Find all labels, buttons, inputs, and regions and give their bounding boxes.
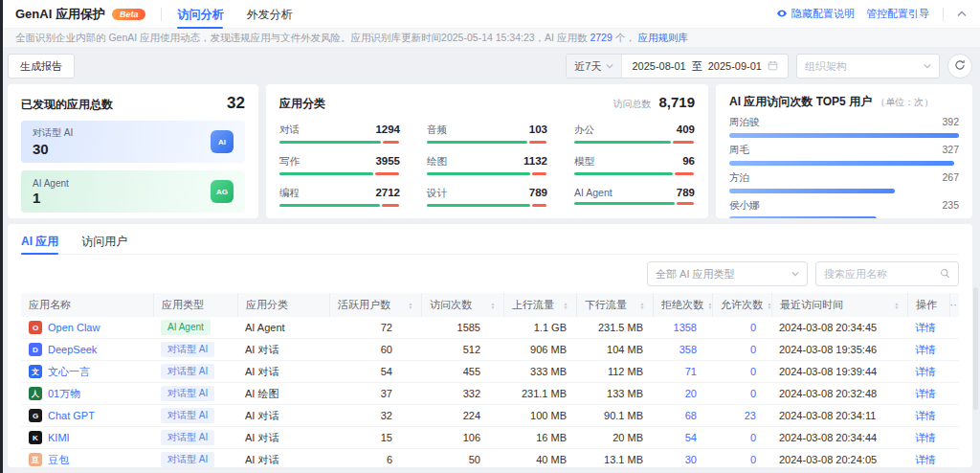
col-download[interactable]: 下行流量▲▼ xyxy=(576,293,653,317)
app-type-tile[interactable]: 对话型 AI 30 AI xyxy=(21,121,245,163)
rejected-count-link[interactable]: 358 xyxy=(653,344,712,355)
tab-access-analysis[interactable]: 访问分析 xyxy=(177,0,223,29)
category-label: 编程 xyxy=(279,187,300,200)
app-category-cell: AI 对话 xyxy=(237,343,329,357)
app-type-cell: 对话型 AI xyxy=(153,452,237,467)
chevron-down-icon xyxy=(606,60,613,72)
app-type-cell: 对话型 AI xyxy=(153,342,237,357)
col-allowed[interactable]: 允许次数▲▼ xyxy=(712,293,771,317)
visits-cell: 106 xyxy=(421,432,503,443)
tab-visiting-users[interactable]: 访问用户 xyxy=(81,232,127,254)
col-active-users[interactable]: 活跃用户数▲▼ xyxy=(329,293,421,317)
actions-cell: 详情 xyxy=(907,431,949,445)
category-label: 办公 xyxy=(574,124,594,137)
table-tabs: AI 应用 访问用户 xyxy=(21,232,959,255)
app-name-link[interactable]: Open Claw xyxy=(48,322,100,333)
app-name-link[interactable]: 文心一言 xyxy=(48,365,90,379)
last-visit-cell: 2024-03-08 19:39:44 xyxy=(771,366,907,377)
allowed-count-link[interactable]: 0 xyxy=(712,432,771,443)
allowed-count-link[interactable]: 0 xyxy=(712,366,771,377)
user-name: 周毛 xyxy=(729,144,749,157)
allowed-bar-segment xyxy=(574,141,671,144)
chevron-up-icon[interactable] xyxy=(957,10,967,19)
col-visits[interactable]: 访问次数▲▼ xyxy=(421,293,503,317)
sort-icon[interactable]: ▲▼ xyxy=(639,302,645,309)
date-range-picker[interactable]: 2025-08-01 至 2025-09-01 xyxy=(622,59,788,74)
allowed-count-link[interactable]: 0 xyxy=(712,344,771,355)
app-category-cell: AI 对话 xyxy=(237,365,329,379)
refresh-button[interactable] xyxy=(947,54,972,79)
upload-cell: 333 MB xyxy=(503,366,576,377)
app-name-link[interactable]: DeepSeek xyxy=(48,344,97,355)
col-rejected[interactable]: 拒绝次数▲▼ xyxy=(653,293,712,317)
app-type-tile[interactable]: AI Agent 1 AG xyxy=(21,170,245,213)
app-name-cell: 人 01万物 xyxy=(21,387,153,401)
detail-link[interactable]: 详情 xyxy=(915,366,936,377)
app-search-box xyxy=(815,261,959,286)
sort-icon[interactable]: ▲▼ xyxy=(490,302,496,309)
app-name-link[interactable]: 豆包 xyxy=(48,453,69,467)
detail-link[interactable]: 详情 xyxy=(915,388,936,399)
column-settings-icon[interactable]: ⋯ xyxy=(949,293,966,317)
app-icon: 人 xyxy=(29,387,42,400)
app-name-link[interactable]: Chat GPT xyxy=(48,410,95,421)
col-last-visit[interactable]: 最近访问时间▲▼ xyxy=(771,293,907,317)
vertical-scrollbar[interactable] xyxy=(973,287,978,410)
app-icon: K xyxy=(29,431,42,444)
app-name-link[interactable]: 01万物 xyxy=(48,387,80,401)
col-upload[interactable]: 上行流量▲▼ xyxy=(503,293,576,317)
rejected-bar-segment xyxy=(532,204,546,207)
range-preset-select[interactable]: 近7天 xyxy=(567,55,622,78)
org-structure-select[interactable]: 组织架构 xyxy=(796,54,940,79)
tab-ai-apps[interactable]: AI 应用 xyxy=(21,232,58,254)
category-bar xyxy=(279,172,400,175)
sort-icon[interactable]: ▲▼ xyxy=(563,302,568,309)
card-title: AI 应用访问次数 TOP5 用户 xyxy=(729,94,872,110)
tab-outbound-analysis[interactable]: 外发分析 xyxy=(246,0,292,29)
detail-link[interactable]: 详情 xyxy=(915,322,936,333)
sort-icon[interactable]: ▲▼ xyxy=(707,302,712,309)
top5-user-row: 侯小娜 235 xyxy=(729,199,959,218)
category-value: 103 xyxy=(529,124,547,135)
app-name-link[interactable]: KIMI xyxy=(48,432,70,443)
app-type-badge: 对话型 AI xyxy=(161,342,214,357)
app-category-cell: AI 对话 xyxy=(237,453,329,467)
category-value: 789 xyxy=(529,187,547,198)
legend-label: 拒绝 xyxy=(514,217,534,218)
rejected-count-link[interactable]: 71 xyxy=(653,366,712,377)
app-type-cell: 对话型 AI xyxy=(153,364,237,379)
category-bar xyxy=(574,202,695,205)
app-icon: D xyxy=(29,343,42,356)
category-bar xyxy=(427,141,547,144)
search-icon[interactable] xyxy=(940,268,950,281)
rejected-count-link[interactable]: 30 xyxy=(653,454,712,465)
hide-config-link[interactable]: 隐藏配置说明 xyxy=(776,7,855,21)
allowed-count-link[interactable]: 0 xyxy=(712,388,771,399)
rejected-count-link[interactable]: 1358 xyxy=(653,322,712,333)
allowed-count-link[interactable]: 0 xyxy=(712,322,771,333)
generate-report-button[interactable]: 生成报告 xyxy=(8,54,75,79)
upload-cell: 40 MB xyxy=(503,454,576,465)
rejected-count-link[interactable]: 54 xyxy=(653,432,712,443)
sort-icon[interactable]: ▲▼ xyxy=(408,302,413,309)
last-visit-cell: 2024-03-08 20:34:11 xyxy=(771,410,907,421)
detail-link[interactable]: 详情 xyxy=(915,344,936,355)
unit-label: （单位：次） xyxy=(876,96,933,109)
category-label: 对话 xyxy=(279,124,300,137)
stat-cards-row: 已发现的应用总数 32 对话型 AI 30 AI AI Agent 1 xyxy=(8,84,972,218)
app-rules-link[interactable]: 应用规则库 xyxy=(638,32,689,43)
rejected-count-link[interactable]: 20 xyxy=(653,388,712,399)
app-type-filter-select[interactable]: 全部 AI 应用类型 xyxy=(647,261,808,286)
app-type-badge: 对话型 AI xyxy=(161,430,214,445)
detail-link[interactable]: 详情 xyxy=(915,454,936,465)
sort-icon[interactable]: ▲▼ xyxy=(767,302,771,309)
detail-link[interactable]: 详情 xyxy=(915,432,936,443)
detail-link[interactable]: 详情 xyxy=(915,410,936,421)
allowed-count-link[interactable]: 0 xyxy=(712,454,771,465)
guide-link[interactable]: 管控配置引导 xyxy=(866,7,929,21)
allowed-count-link[interactable]: 23 xyxy=(712,410,771,421)
search-input[interactable] xyxy=(824,268,934,280)
sort-icon[interactable]: ▲▼ xyxy=(894,302,900,309)
rejected-count-link[interactable]: 68 xyxy=(653,410,712,421)
legend-label: 允许 xyxy=(427,217,447,218)
